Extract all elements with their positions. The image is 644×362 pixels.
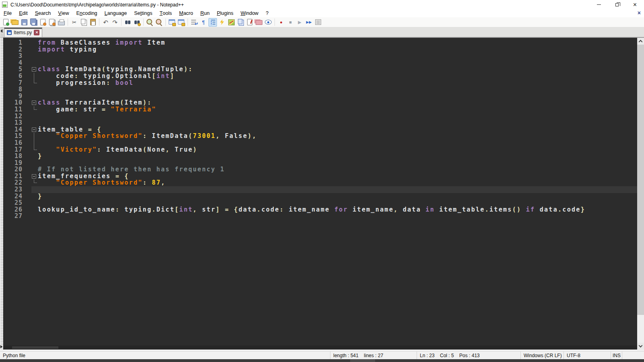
tab-scroll-left-icon[interactable] — [0, 27, 4, 37]
macro-save-button[interactable] — [314, 18, 322, 27]
status-length-lines[interactable]: length : 541 lines : 27 — [330, 352, 417, 359]
show-all-characters-button[interactable]: ¶ — [199, 18, 208, 27]
save-all-button[interactable] — [29, 18, 38, 27]
code-line[interactable]: 20# If not listed here then has frequenc… — [3, 166, 637, 173]
zoom-out-button[interactable] — [155, 18, 163, 27]
code-line[interactable]: 10class TerrariaItem(Item): — [3, 99, 637, 106]
function-list-button[interactable] — [236, 18, 245, 27]
menu-edit[interactable]: Edit — [15, 9, 31, 17]
fold-collapse-marker[interactable] — [31, 99, 37, 106]
minimize-button[interactable] — [590, 0, 608, 9]
vertical-scrollbar[interactable] — [637, 37, 644, 350]
menu-plugins[interactable]: Plugins — [213, 9, 237, 17]
fold-collapse-marker[interactable] — [31, 66, 37, 73]
code-line[interactable]: 4 — [3, 60, 637, 66]
close-all-button[interactable] — [48, 18, 56, 27]
monitoring-button[interactable] — [264, 18, 272, 27]
line-number: 12 — [3, 113, 23, 120]
vertical-scrollbar-thumb[interactable] — [637, 45, 644, 315]
sync-vertical-scrolling-button[interactable] — [168, 18, 176, 27]
status-cursor-position[interactable]: Ln : 23 Col : 5 Pos : 413 — [417, 352, 520, 359]
code-line[interactable]: 8 — [3, 86, 637, 93]
zoom-in-button[interactable] — [146, 18, 154, 27]
menu-tools[interactable]: Tools — [156, 9, 175, 17]
code-line[interactable]: 11 game: str = "Terraria" — [3, 106, 637, 113]
tab-items-py[interactable]: Items.py × — [4, 27, 42, 37]
code-line[interactable]: 27 — [3, 213, 637, 220]
code-line[interactable]: 2import typing — [3, 46, 637, 53]
copy-button[interactable] — [79, 18, 88, 27]
macro-playback-button[interactable]: ▶ — [295, 18, 304, 27]
dock-splitter[interactable] — [0, 37, 3, 350]
fold-margin — [31, 193, 37, 200]
word-wrap-button[interactable] — [190, 18, 198, 27]
show-indent-guide-button[interactable] — [208, 18, 217, 27]
code-line[interactable]: 18} — [3, 153, 637, 160]
close-button[interactable]: × — [626, 0, 644, 9]
macro-stop-button[interactable]: ■ — [286, 18, 295, 27]
print-button[interactable] — [57, 18, 66, 27]
menu-view[interactable]: View — [54, 9, 72, 17]
undo-button[interactable]: ↶ — [101, 18, 110, 27]
code-line[interactable]: 24} — [3, 193, 637, 200]
close-document-x-button[interactable]: × — [638, 10, 641, 16]
menu-run[interactable]: Run — [197, 9, 213, 17]
menu-macro[interactable]: Macro — [175, 9, 197, 17]
code-line[interactable]: 13 — [3, 119, 637, 126]
redo-button[interactable]: ↷ — [111, 18, 119, 27]
macro-run-multiple-button[interactable]: ▶▶ — [305, 18, 313, 27]
code-line[interactable]: 17 "Victory": ItemData(None, True) — [3, 146, 637, 153]
menu-encoding[interactable]: Encoding — [72, 9, 101, 17]
find-button[interactable] — [124, 18, 132, 27]
saved-state-floppy-icon — [7, 30, 12, 35]
cut-button[interactable]: ✂ — [70, 18, 78, 27]
document-map-button[interactable] — [227, 18, 235, 27]
code-line[interactable]: 1from BaseClasses import Item — [3, 39, 637, 46]
open-file-button[interactable] — [11, 18, 19, 27]
restore-button[interactable] — [608, 0, 626, 9]
code-line[interactable]: 9 — [3, 93, 637, 100]
macro-record-button[interactable]: ● — [277, 18, 285, 27]
new-file-button[interactable] — [2, 18, 10, 27]
code-line[interactable]: 5class ItemData(typing.NamedTuple): — [3, 66, 637, 73]
scroll-up-button[interactable] — [637, 38, 644, 45]
scroll-down-button[interactable] — [637, 343, 644, 350]
code-line[interactable]: 19 — [3, 160, 637, 167]
horizontal-scrollbar-thumb[interactable] — [12, 346, 58, 349]
code-line[interactable]: 3 — [3, 53, 637, 60]
status-insert-mode[interactable]: INS — [611, 352, 622, 359]
code-line[interactable]: 26lookup_id_to_name: typing.Dict[int, st… — [3, 206, 637, 213]
code-line[interactable]: 12 — [3, 113, 637, 120]
fold-collapse-marker[interactable] — [31, 126, 37, 133]
document-switcher-button[interactable] — [246, 18, 254, 27]
code-area[interactable]: 1from BaseClasses import Item2import typ… — [3, 38, 637, 346]
menu-language[interactable]: Language — [101, 9, 131, 17]
tab-close-icon[interactable]: × — [34, 30, 39, 35]
code-line[interactable]: 6 code: typing.Optional[int] — [3, 73, 637, 80]
horizontal-scrollbar[interactable] — [3, 346, 637, 350]
code-line[interactable]: 23 — [3, 186, 637, 193]
code-line[interactable]: 7 progression: bool — [3, 80, 637, 86]
code-line[interactable]: 22 "Copper Shortsword": 87, — [3, 179, 637, 186]
menu-window[interactable]: Window — [237, 9, 262, 17]
status-encoding[interactable]: UTF-8 — [564, 352, 611, 359]
code-line[interactable]: 15 "Copper Shortsword": ItemData(73001, … — [3, 133, 637, 140]
fold-collapse-marker[interactable] — [31, 173, 37, 180]
define-language-button[interactable] — [218, 18, 226, 27]
code-line[interactable]: 16 — [3, 140, 637, 146]
save-button[interactable] — [20, 18, 29, 27]
paste-button[interactable] — [89, 18, 97, 27]
code-line[interactable]: 14item_table = { — [3, 126, 637, 133]
code-line[interactable]: 25 — [3, 200, 637, 206]
menu-help[interactable]: ? — [262, 9, 272, 17]
code-line[interactable]: 21item_frequencies = { — [3, 173, 637, 180]
sync-horizontal-scrolling-button[interactable] — [177, 18, 186, 27]
folder-as-workspace-button[interactable] — [255, 18, 263, 27]
close-button[interactable] — [39, 18, 47, 27]
replace-button[interactable] — [133, 18, 141, 27]
menu-file[interactable]: File — [0, 9, 15, 17]
menu-settings[interactable]: Settings — [130, 9, 156, 17]
code-text: progression: bool — [37, 80, 637, 86]
menu-search[interactable]: Search — [31, 9, 55, 17]
status-eol-format[interactable]: Windows (CR LF) — [520, 352, 564, 359]
